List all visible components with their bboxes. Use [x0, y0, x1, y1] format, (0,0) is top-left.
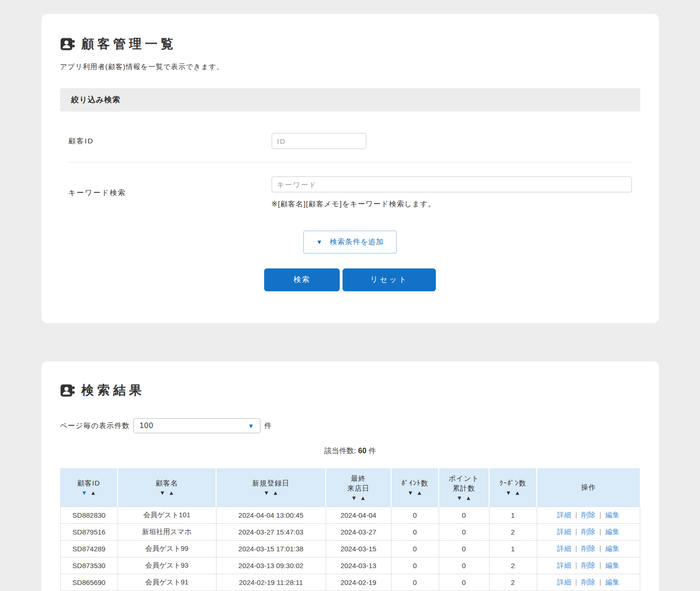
cell-customer-name: 会員ゲスト91 — [118, 574, 216, 591]
sort-asc-icon[interactable]: ▲ — [168, 490, 174, 496]
cell-points: 0 — [391, 557, 439, 574]
sort-controls: ▼▲ — [439, 495, 489, 501]
action-delete-link[interactable]: 削除 — [581, 511, 595, 519]
column-header-registered-at[interactable]: 新規登録日▼▲ — [216, 468, 326, 507]
per-page-value: 100 — [140, 422, 154, 430]
sort-desc-icon[interactable]: ▼ — [407, 490, 413, 496]
cell-coupons: 2 — [489, 523, 537, 540]
cell-last-visit: 2024-03-27 — [326, 523, 391, 540]
action-detail-link[interactable]: 詳細 — [557, 511, 571, 519]
sort-asc-icon[interactable]: ▲ — [417, 490, 422, 496]
result-count: 該当件数: 60 件 — [60, 446, 640, 456]
action-edit-link[interactable]: 編集 — [605, 528, 619, 535]
action-delete-link[interactable]: 削除 — [581, 561, 595, 569]
action-delete-link[interactable]: 削除 — [581, 528, 595, 535]
sort-desc-icon[interactable]: ▼ — [264, 490, 269, 496]
action-detail-link[interactable]: 詳細 — [557, 561, 571, 569]
column-header-points-total[interactable]: ポイント 累計数▼▲ — [439, 468, 489, 507]
sort-asc-icon[interactable]: ▲ — [466, 495, 471, 501]
cell-points-total: 0 — [439, 574, 489, 591]
sort-asc-icon[interactable]: ▲ — [515, 490, 520, 496]
cell-last-visit: 2024-02-19 — [326, 574, 391, 591]
result-count-unit: 件 — [369, 447, 376, 455]
column-header-customer-id[interactable]: 顧客ID▼▲ — [60, 468, 118, 507]
cell-coupons: 2 — [489, 574, 537, 591]
table-row: SD882830会員ゲスト1012024-04-04 13:00:452024-… — [60, 507, 640, 523]
sort-asc-icon[interactable]: ▲ — [91, 490, 96, 496]
cell-operations: 詳細|削除|編集 — [537, 557, 640, 574]
keyword-label: キーワード検索 — [69, 188, 272, 198]
customer-id-row: 顧客ID — [60, 112, 640, 162]
table-header-row: 顧客ID▼▲顧客名▼▲新規登録日▼▲最終 来店日▼▲ﾎﾟｲﾝﾄ数▼▲ポイント 累… — [60, 468, 640, 507]
action-delete-link[interactable]: 削除 — [581, 578, 595, 586]
cell-last-visit: 2024-03-15 — [326, 540, 391, 557]
cell-points-total: 0 — [439, 507, 489, 523]
cell-registered-at: 2024-03-15 17:01:38 — [216, 540, 326, 557]
column-header-label: 最終 来店日 — [326, 473, 391, 493]
action-detail-link[interactable]: 詳細 — [557, 578, 571, 586]
cell-points-total: 0 — [439, 523, 489, 540]
sort-asc-icon[interactable]: ▲ — [273, 490, 278, 496]
column-header-customer-name[interactable]: 顧客名▼▲ — [118, 468, 216, 507]
action-detail-link[interactable]: 詳細 — [557, 544, 571, 552]
action-edit-link[interactable]: 編集 — [605, 544, 619, 552]
column-header-coupons[interactable]: ｸｰﾎﾟﾝ数▼▲ — [489, 468, 537, 507]
action-separator: | — [571, 578, 581, 586]
cell-customer-id: SD873530 — [60, 557, 118, 574]
action-delete-link[interactable]: 削除 — [581, 544, 595, 552]
sort-asc-icon[interactable]: ▲ — [360, 495, 366, 501]
results-title: 検索結果 — [60, 382, 640, 399]
action-separator: | — [595, 511, 606, 519]
keyword-input[interactable] — [272, 176, 632, 192]
filter-buttons-row: 検索 リセット — [60, 268, 640, 291]
address-book-icon — [60, 384, 75, 397]
action-separator: | — [571, 511, 581, 519]
cell-customer-id: SD882830 — [60, 507, 118, 523]
action-detail-link[interactable]: 詳細 — [557, 528, 571, 535]
action-separator: | — [571, 562, 581, 569]
cell-points-total: 0 — [439, 540, 489, 557]
sort-desc-icon[interactable]: ▼ — [456, 495, 462, 501]
chevron-down-icon: ▼ — [316, 239, 323, 245]
search-results-card: 検索結果 ページ毎の表示件数 100 ▼ 件 該当件数: 60 件 顧客ID▼▲… — [42, 361, 659, 591]
per-page-unit: 件 — [264, 421, 272, 431]
cell-registered-at: 2024-02-19 11:28:11 — [216, 574, 326, 591]
add-search-condition-button[interactable]: ▼ 検索条件を追加 — [303, 231, 397, 253]
column-header-points[interactable]: ﾎﾟｲﾝﾄ数▼▲ — [391, 468, 439, 507]
cell-coupons: 1 — [489, 540, 537, 557]
action-separator: | — [595, 578, 606, 586]
sort-controls: ▼▲ — [217, 490, 325, 496]
result-count-value: 60 — [358, 447, 366, 455]
keyword-note: ※[顧客名][顧客メモ]をキーワード検索します。 — [272, 199, 632, 209]
action-edit-link[interactable]: 編集 — [605, 561, 619, 569]
cell-points: 0 — [391, 540, 439, 557]
cell-points: 0 — [391, 574, 439, 591]
sort-desc-icon[interactable]: ▼ — [505, 490, 511, 496]
cell-operations: 詳細|削除|編集 — [537, 523, 640, 540]
reset-button[interactable]: リセット — [343, 268, 436, 291]
action-edit-link[interactable]: 編集 — [605, 511, 619, 519]
results-title-text: 検索結果 — [82, 382, 145, 399]
cell-customer-name: 会員ゲスト101 — [118, 507, 216, 523]
action-edit-link[interactable]: 編集 — [605, 578, 619, 586]
cell-coupons: 1 — [489, 507, 537, 523]
customer-id-input[interactable] — [272, 133, 366, 149]
cell-registered-at: 2024-04-04 13:00:45 — [216, 507, 326, 523]
per-page-select[interactable]: 100 ▼ — [133, 418, 260, 433]
sort-desc-icon[interactable]: ▼ — [81, 490, 87, 496]
column-header-label: 新規登録日 — [217, 478, 325, 488]
search-button[interactable]: 検索 — [264, 268, 340, 291]
keyword-row: キーワード検索 ※[顧客名][顧客メモ]をキーワード検索します。 — [60, 162, 640, 216]
action-separator: | — [595, 562, 606, 569]
sort-controls: ▼▲ — [490, 490, 536, 496]
result-count-label: 該当件数: — [324, 447, 356, 455]
action-separator: | — [595, 545, 606, 552]
sort-controls: ▼▲ — [118, 490, 216, 496]
cell-points: 0 — [391, 523, 439, 540]
sort-desc-icon[interactable]: ▼ — [351, 495, 357, 501]
keyword-field-group: ※[顧客名][顧客メモ]をキーワード検索します。 — [272, 176, 632, 209]
sort-desc-icon[interactable]: ▼ — [160, 490, 165, 496]
customer-id-label: 顧客ID — [69, 136, 272, 146]
column-header-last-visit[interactable]: 最終 来店日▼▲ — [326, 468, 391, 507]
action-separator: | — [595, 528, 606, 535]
